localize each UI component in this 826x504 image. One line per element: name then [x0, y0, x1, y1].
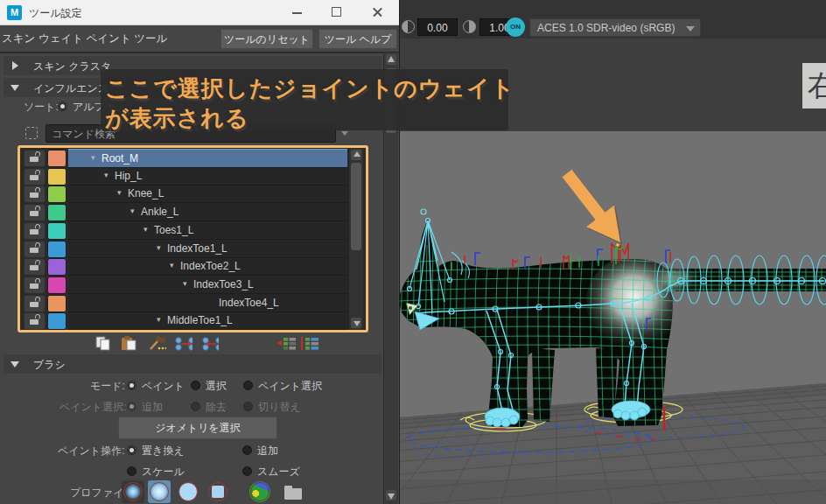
- mode-radio-paint-select[interactable]: [243, 381, 253, 390]
- joint-color-swatch[interactable]: [47, 258, 66, 276]
- mode-option-paint[interactable]: ペイント: [142, 379, 185, 394]
- reset-tool-button[interactable]: ツールのリセット: [220, 29, 313, 49]
- paint-select-option-remove[interactable]: 除去: [206, 400, 227, 415]
- expand-chevron-icon[interactable]: ▾: [157, 315, 161, 324]
- joint-color-swatch[interactable]: [47, 312, 66, 330]
- lock-icon[interactable]: [24, 150, 46, 167]
- tree-scrollbar[interactable]: [348, 148, 363, 330]
- joint-row-Ankle_L[interactable]: ▾Ankle_L: [20, 203, 366, 221]
- lock-icon[interactable]: [24, 276, 46, 294]
- paint-op-radio-add[interactable]: [242, 445, 252, 455]
- paint-op-option-smooth[interactable]: スムーズ: [257, 465, 300, 480]
- joint-row-IndexToe4_L[interactable]: IndexToe4_L: [20, 294, 366, 312]
- expand-chevron-icon[interactable]: ▾: [157, 243, 161, 252]
- joint-row-Toes1_L[interactable]: ▾Toes1_L: [20, 221, 366, 240]
- lock-icon[interactable]: [24, 241, 46, 258]
- joint-row-Hip_L[interactable]: ▾Hip_L: [20, 167, 366, 186]
- joint-tree-cell[interactable]: ▾Hip_L: [68, 167, 347, 186]
- joint-color-swatch[interactable]: [47, 295, 66, 312]
- paint-op-option-scale[interactable]: スケール: [142, 465, 185, 480]
- joint-color-swatch[interactable]: [47, 150, 66, 167]
- move-weights-left-icon[interactable]: [200, 336, 219, 351]
- solid-profile-icon[interactable]: [177, 480, 200, 503]
- joint-tree-cell[interactable]: ▾IndexToe2_L: [68, 257, 347, 276]
- move-weights-right-icon[interactable]: [173, 336, 192, 351]
- joint-color-swatch[interactable]: [47, 276, 66, 294]
- expand-chevron-icon[interactable]: ▾: [104, 171, 108, 179]
- close-button[interactable]: [360, 0, 394, 24]
- expand-chevron-icon[interactable]: ▾: [91, 153, 95, 162]
- hammer-weights-icon[interactable]: [147, 336, 166, 351]
- influence-joint-tree[interactable]: ▾MiddleToe1_LIndexToe4_L▾IndexToe3_L▾Ind…: [18, 145, 368, 332]
- scroll-down-icon[interactable]: [351, 318, 361, 328]
- sort-radio-alpha[interactable]: [58, 102, 67, 111]
- joint-color-swatch[interactable]: [47, 168, 66, 186]
- exposure-value[interactable]: 0.00: [417, 18, 458, 36]
- browse-profile-folder-icon[interactable]: [282, 480, 304, 503]
- joint-tree-cell[interactable]: ▾IndexToe1_L: [68, 240, 347, 258]
- colorspace-select[interactable]: ACES 1.0 SDR-video (sRGB): [529, 18, 701, 37]
- mode-radio-select[interactable]: [191, 381, 200, 390]
- copy-weights-icon[interactable]: [94, 336, 114, 351]
- joint-tree-cell[interactable]: ▾Root_M: [68, 149, 347, 168]
- exposure-icon[interactable]: [402, 20, 415, 33]
- section-brush[interactable]: ブラシ: [4, 354, 382, 374]
- joint-tree-cell[interactable]: ▾MiddleToe1_L: [68, 312, 347, 330]
- gaussian-profile-icon[interactable]: [122, 480, 144, 503]
- paint-select-radio-remove[interactable]: [191, 402, 200, 411]
- lock-icon[interactable]: [24, 222, 46, 240]
- minimize-button[interactable]: [280, 0, 313, 24]
- paste-weights-icon[interactable]: [120, 336, 139, 351]
- expand-chevron-icon[interactable]: ▾: [117, 188, 122, 197]
- paint-op-radio-scale[interactable]: [127, 466, 136, 476]
- command-search-icon[interactable]: [25, 127, 38, 139]
- viewport-canvas[interactable]: [399, 131, 826, 504]
- gamma-icon[interactable]: [463, 20, 476, 33]
- lock-icon[interactable]: [24, 168, 46, 186]
- select-geometry-button[interactable]: ジオメトリを選択: [118, 416, 277, 439]
- show-influenced-verts-icon[interactable]: [276, 336, 296, 351]
- paint-select-radio-toggle[interactable]: [243, 402, 253, 411]
- joint-color-swatch[interactable]: [47, 204, 66, 221]
- paint-op-radio-replace[interactable]: [127, 445, 136, 455]
- joint-color-swatch[interactable]: [47, 186, 66, 203]
- joint-tree-cell[interactable]: ▾Ankle_L: [68, 203, 347, 221]
- tool-help-button[interactable]: ツール ヘルプ: [318, 29, 397, 49]
- lock-icon[interactable]: [24, 312, 46, 330]
- soft-profile-icon-selected[interactable]: [148, 480, 171, 503]
- mode-option-paint-select[interactable]: ペイント選択: [258, 379, 322, 394]
- lock-icon[interactable]: [24, 186, 46, 203]
- joint-row-Root_M[interactable]: ▾Root_M: [20, 149, 366, 167]
- paint-op-option-add[interactable]: 追加: [257, 444, 278, 458]
- show-selected-influences-icon[interactable]: [299, 336, 318, 351]
- expand-chevron-icon[interactable]: ▾: [170, 261, 174, 270]
- square-profile-icon[interactable]: [206, 480, 229, 503]
- paint-select-option-add[interactable]: 追加: [142, 400, 163, 415]
- joint-tree-cell[interactable]: IndexToe4_L: [68, 294, 347, 312]
- panel-scroll-down-icon[interactable]: [386, 490, 396, 500]
- joint-row-IndexToe2_L[interactable]: ▾IndexToe2_L: [20, 257, 366, 276]
- expand-chevron-icon[interactable]: ▾: [130, 206, 135, 215]
- joint-tree-cell[interactable]: ▾Knee_L: [68, 185, 347, 203]
- lock-icon[interactable]: [24, 258, 46, 276]
- joint-color-swatch[interactable]: [47, 241, 66, 258]
- joint-tree-cell[interactable]: ▾Toes1_L: [68, 221, 347, 240]
- mode-option-select[interactable]: 選択: [206, 379, 227, 394]
- joint-row-IndexToe1_L[interactable]: ▾IndexToe1_L: [20, 240, 366, 258]
- colorspace-on-badge[interactable]: ON: [506, 18, 525, 37]
- lock-icon[interactable]: [24, 204, 46, 221]
- joint-row-MiddleToe1_L[interactable]: ▾MiddleToe1_L: [20, 312, 366, 330]
- tree-scroll-thumb[interactable]: [351, 163, 361, 250]
- maximize-button[interactable]: [320, 0, 354, 24]
- scroll-up-icon[interactable]: [351, 150, 361, 160]
- paint-select-radio-add[interactable]: [127, 402, 136, 411]
- paint-op-radio-smooth[interactable]: [242, 466, 252, 476]
- mode-radio-paint[interactable]: [127, 381, 136, 390]
- window-titlebar[interactable]: M ツール設定: [0, 0, 399, 25]
- expand-chevron-icon[interactable]: ▾: [183, 279, 187, 288]
- joint-tree-cell[interactable]: ▾IndexToe3_L: [68, 276, 347, 294]
- expand-chevron-icon[interactable]: ▾: [144, 225, 148, 234]
- joint-row-Knee_L[interactable]: ▾Knee_L: [20, 185, 366, 203]
- panel-scroll-up-icon[interactable]: [386, 54, 396, 65]
- paint-op-option-replace[interactable]: 置き換え: [142, 444, 185, 458]
